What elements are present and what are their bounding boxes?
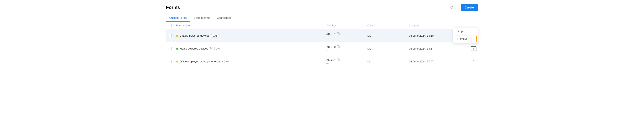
table-row: Mains-powered devices UAT 201 780 [166, 42, 478, 55]
status-dot-yellow [176, 61, 178, 63]
vertical-divider [458, 5, 458, 11]
row-menu-button[interactable]: ⋮ [471, 46, 476, 51]
uat-tag: UAT [211, 34, 219, 38]
ref-value: — [326, 36, 364, 39]
tab-system-forms[interactable]: System forms [190, 14, 214, 22]
status-dot-yellow [176, 35, 178, 37]
tab-custom-forms[interactable]: Custom Forms [166, 14, 190, 22]
row-id-cell: 201 781 — [324, 32, 366, 39]
col-id-ref: ID & Ref [324, 24, 366, 27]
row-actions-cell: ⋮ Graph Remove [466, 33, 478, 39]
row-menu-button[interactable]: ⋮ [470, 59, 476, 64]
search-icon [450, 6, 454, 9]
tabs-bar: Custom Forms System forms Connectors [166, 14, 478, 22]
copy-icon[interactable] [337, 45, 340, 49]
svg-rect-5 [338, 59, 339, 61]
tab-connectors[interactable]: Connectors [214, 14, 234, 22]
row-checkbox[interactable] [168, 34, 172, 37]
id-number: 200 284 [326, 58, 336, 61]
row-date-cell: 03 June 2024, 17:07 [408, 60, 466, 63]
svg-point-3 [210, 47, 212, 48]
uat-tag: UAT [214, 47, 222, 50]
status-dot-green [176, 48, 178, 50]
page: Forms Create Custom Forms System forms C… [161, 0, 483, 72]
row-id-cell: 200 284 — [324, 58, 366, 65]
row-id-cell: 201 780 — [324, 45, 366, 52]
table-row: Office employee workspace location UAT 2… [166, 55, 478, 68]
menu-item-remove[interactable]: Remove [454, 36, 477, 42]
ref-value: — [326, 49, 364, 52]
row-checkbox[interactable] [168, 47, 172, 50]
id-number: 201 780 [326, 45, 336, 49]
id-line: 201 780 [326, 45, 364, 49]
form-name-text: Office employee workspace location [180, 60, 223, 63]
row-actions-cell: ⋮ [466, 59, 478, 64]
forms-table: Form name ID & Ref Owner Created Battery… [166, 22, 478, 68]
header-actions: Create [448, 4, 478, 11]
uat-tag: UAT [224, 60, 232, 63]
id-number: 201 781 [326, 33, 336, 36]
row-checkbox[interactable] [168, 60, 172, 63]
row-form-name-cell: Battery-powered devices UAT [174, 34, 324, 38]
col-actions [466, 24, 478, 27]
col-form-name: Form name [174, 24, 324, 27]
header-checkbox-cell [166, 24, 174, 27]
row-owner-cell: Me [366, 60, 408, 63]
id-line: 201 781 [326, 32, 364, 36]
row-owner-cell: Me [366, 47, 408, 50]
create-button[interactable]: Create [461, 4, 478, 11]
people-icon [210, 47, 213, 50]
row-checkbox-cell [166, 34, 174, 37]
svg-rect-2 [338, 33, 339, 35]
table-header-row: Form name ID & Ref Owner Created [166, 22, 478, 29]
row-checkbox-cell [166, 47, 174, 50]
header-checkbox[interactable] [168, 24, 172, 27]
search-button[interactable] [448, 5, 456, 10]
col-owner: Owner [366, 24, 408, 27]
row-owner-cell: Me [366, 34, 408, 37]
page-header: Forms Create [166, 4, 478, 11]
menu-item-graph[interactable]: Graph [454, 28, 478, 35]
copy-icon[interactable] [337, 32, 340, 36]
form-name-text: Battery-powered devices [180, 34, 210, 37]
page-title: Forms [166, 5, 180, 10]
row-form-name-cell: Office employee workspace location UAT [174, 60, 324, 63]
row-form-name-cell: Mains-powered devices UAT [174, 47, 324, 50]
row-date-cell: 06 June 2024, 13:37 [408, 47, 466, 50]
id-line: 200 284 [326, 58, 364, 61]
row-checkbox-cell [166, 60, 174, 63]
col-created: Created [408, 24, 466, 27]
ref-value: — [326, 62, 364, 65]
row-actions-cell: ⋮ [466, 46, 478, 51]
table-row: Battery-powered devices UAT 201 781 — Me… [166, 29, 478, 42]
form-name-text: Mains-powered devices [180, 47, 208, 50]
context-menu: Graph Remove [453, 27, 478, 43]
copy-icon[interactable] [337, 58, 340, 61]
svg-line-1 [452, 8, 454, 9]
svg-rect-4 [338, 46, 339, 48]
